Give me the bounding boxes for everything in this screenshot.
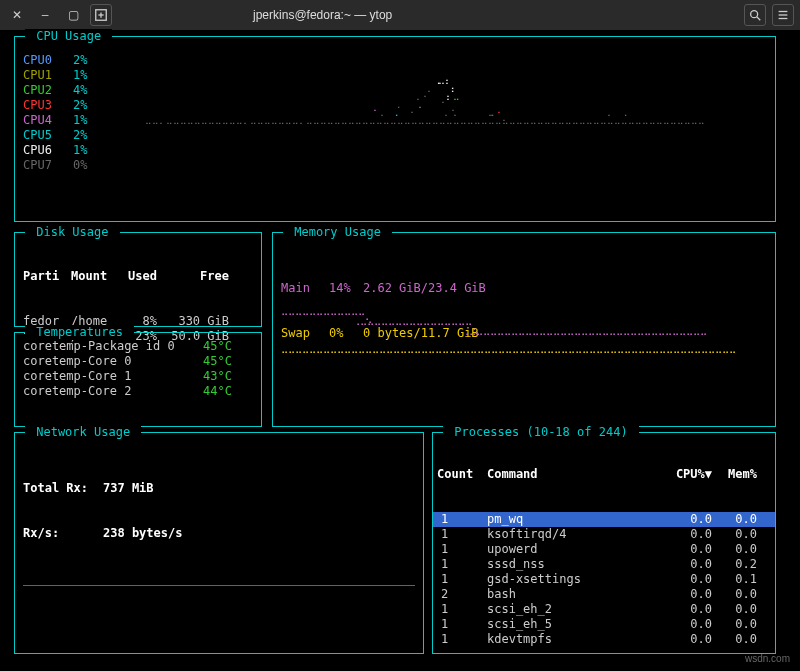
process-row[interactable]: 1upowerd0.00.0 [433, 542, 775, 557]
window-titlebar: ✕ – ▢ jperkins@fedora:~ — ytop [0, 0, 800, 30]
window-title: jperkins@fedora:~ — ytop [118, 8, 527, 22]
network-rx-total: Total Rx:737 MiB [23, 481, 415, 496]
network-panel-title: Network Usage [25, 425, 141, 440]
process-row[interactable]: 1ksoftirqd/40.00.0 [433, 527, 775, 542]
cpu-usage-panel: CPU Usage CPU02%CPU11%CPU24%CPU32%CPU41%… [14, 36, 776, 222]
process-row[interactable]: 1gsd-xsettings0.00.1 [433, 572, 775, 587]
network-rx-rate: Rx/s:238 bytes/s [23, 526, 415, 541]
process-row[interactable]: 1scsi_eh_20.00.0 [433, 602, 775, 617]
processes-panel-title: Processes (10-18 of 244) [443, 425, 639, 440]
processes-header-row: CountCommandCPU%▼Mem% [433, 467, 775, 482]
temps-rows: coretemp-Package id 045°Ccoretemp-Core 0… [15, 333, 261, 405]
temperature-row: coretemp-Package id 045°C [23, 339, 253, 354]
temperature-row: coretemp-Core 045°C [23, 354, 253, 369]
disk-header-row: PartiMountUsedFree [23, 269, 253, 284]
process-row[interactable]: 2bash0.00.0 [433, 587, 775, 602]
cpu-graph: ⡀⡄ ⡀⠈⠁⢠ ⡀⠄ ⡄⢀ ⢀ ⡀ ⠂ ⠁ [145, 51, 767, 213]
process-row[interactable]: 1sssd_nss0.00.2 [433, 557, 775, 572]
network-usage-panel: Network Usage Total Rx:737 MiB Rx/s:238 … [14, 432, 424, 654]
temperatures-panel: Temperatures coretemp-Package id 045°Cco… [14, 332, 262, 427]
process-row[interactable]: 1scsi_eh_50.00.0 [433, 617, 775, 632]
process-row[interactable]: 1pm_wq0.00.0 [433, 512, 775, 527]
memory-graph: ⠉⠉⠉⠉⠉⠉⠉⠉⠉⠉⠉⠉⢄ ⠈⠉⠉⠉⠉⠉⠉⠉⠉⠉⠉⠉⠉⠉⠉⠉⠉⢄ ⠈⠉⠉⠉⠉⠉⠉… [281, 313, 767, 418]
temps-panel-title: Temperatures [25, 325, 134, 340]
close-button[interactable]: ✕ [6, 4, 28, 26]
cpu-panel-title: CPU Usage [25, 29, 112, 44]
memory-panel-title: Memory Usage [283, 225, 392, 240]
terminal-area[interactable]: CPU Usage CPU02%CPU11%CPU24%CPU32%CPU41%… [0, 30, 800, 671]
maximize-button[interactable]: ▢ [62, 4, 84, 26]
disk-usage-panel: Disk Usage PartiMountUsedFree fedor/home… [14, 232, 262, 327]
network-divider [23, 585, 415, 586]
temperature-row: coretemp-Core 244°C [23, 384, 253, 399]
processes-rows[interactable]: 1pm_wq0.00.01ksoftirqd/40.00.01upowerd0.… [433, 512, 775, 647]
minimize-button[interactable]: – [34, 4, 56, 26]
memory-main-row: Main14%2.62 GiB/23.4 GiB [281, 281, 767, 296]
svg-point-3 [751, 11, 758, 18]
process-row[interactable]: 1kdevtmpfs0.00.0 [433, 632, 775, 647]
new-tab-button[interactable] [90, 4, 112, 26]
watermark: wsdn.com [745, 653, 790, 666]
memory-usage-panel: Memory Usage Main14%2.62 GiB/23.4 GiB Sw… [272, 232, 776, 427]
disk-panel-title: Disk Usage [25, 225, 120, 240]
search-button[interactable] [744, 4, 766, 26]
menu-button[interactable] [772, 4, 794, 26]
processes-panel: Processes (10-18 of 244) CountCommandCPU… [432, 432, 776, 654]
temperature-row: coretemp-Core 143°C [23, 369, 253, 384]
svg-line-4 [757, 17, 761, 21]
